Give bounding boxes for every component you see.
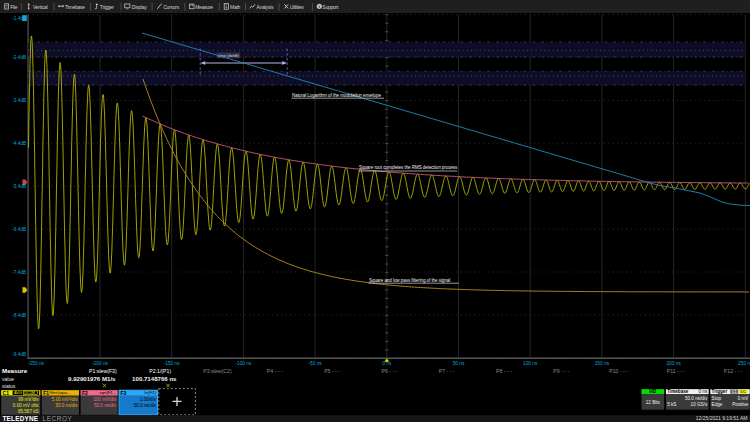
svg-text:50.0 ns/div: 50.0 ns/div — [55, 403, 78, 408]
svg-text:-250 ns: -250 ns — [28, 361, 45, 366]
svg-text:-8.4dB: -8.4dB — [12, 313, 26, 318]
svg-text:Timebase: Timebase — [65, 4, 85, 10]
svg-text:P8 - - -: P8 - - - — [496, 368, 512, 374]
svg-text:File: File — [10, 4, 18, 10]
svg-text:85.587 kS: 85.587 kS — [18, 409, 39, 414]
svg-text:P11 - - -: P11 - - - — [667, 368, 686, 374]
svg-text:P3:slew(C2): P3:slew(C2) — [203, 368, 232, 374]
svg-text:P1:slew(F3): P1:slew(F3) — [89, 368, 117, 374]
svg-text:5.00 mV²/div: 5.00 mV²/div — [52, 397, 78, 402]
svg-text:C1: C1 — [3, 391, 10, 396]
svg-text:0 mV: 0 mV — [738, 396, 750, 401]
svg-text:C1: C1 — [732, 389, 737, 394]
svg-text:50.0 ns/div: 50.0 ns/div — [94, 403, 117, 408]
svg-text:50.0 ns/div: 50.0 ns/div — [134, 403, 157, 408]
svg-text:AVG: AVG — [14, 390, 22, 395]
svg-text:Cursors: Cursors — [163, 4, 180, 10]
svg-text:-4.4dB: -4.4dB — [12, 141, 26, 146]
svg-text:12/25/2021 9:19:51 AM: 12/25/2021 9:19:51 AM — [696, 415, 748, 421]
svg-text:ln(F2): ln(F2) — [145, 390, 157, 395]
svg-text:F2: F2 — [82, 391, 88, 396]
svg-text:P7 - - -: P7 - - - — [439, 368, 455, 374]
svg-text:P6 - - -: P6 - - - — [381, 368, 397, 374]
svg-text:-3.4dB: -3.4dB — [12, 98, 26, 103]
svg-text:-5.4dB: -5.4dB — [12, 184, 26, 189]
svg-text:LECROY: LECROY — [43, 415, 73, 422]
svg-text:sqrt(F1...: sqrt(F1... — [99, 390, 116, 395]
svg-text:Vertical: Vertical — [33, 4, 48, 10]
svg-text:Positive: Positive — [732, 402, 749, 407]
svg-text:i: i — [319, 4, 320, 9]
svg-text:status: status — [2, 383, 16, 389]
svg-text:P10 - - -: P10 - - - — [609, 368, 628, 374]
svg-text:Analysis: Analysis — [257, 4, 274, 10]
svg-text:Timebase: Timebase — [667, 389, 689, 394]
svg-text:P5 - - -: P5 - - - — [324, 368, 340, 374]
svg-text:-100 ns: -100 ns — [235, 361, 252, 366]
svg-text:10 GS/s: 10 GS/s — [691, 402, 708, 407]
svg-text:100 ns: 100 ns — [523, 361, 538, 366]
svg-text:12 Bits: 12 Bits — [646, 400, 661, 405]
svg-text:-50 ns: -50 ns — [308, 361, 322, 366]
svg-text:Trigger: Trigger — [712, 389, 728, 394]
svg-text:Utilities: Utilities — [290, 4, 305, 10]
svg-text:-200 ns: -200 ns — [92, 361, 109, 366]
svg-text:Edge: Edge — [712, 402, 723, 407]
svg-text:value: value — [2, 376, 14, 382]
svg-text:Math: Math — [230, 4, 241, 10]
svg-text:DC1M: DC1M — [24, 391, 35, 395]
svg-text:F1: F1 — [43, 391, 49, 396]
svg-text:filter(squa...: filter(squa... — [50, 390, 71, 395]
svg-text:1.00/div: 1.00/div — [140, 397, 157, 402]
svg-text:-1.4dB: -1.4dB — [12, 16, 26, 21]
svg-text:50.0 ns/div: 50.0 ns/div — [685, 396, 708, 401]
svg-text:-7.4dB: -7.4dB — [12, 270, 26, 275]
svg-text:100.7148766 ns: 100.7148766 ns — [132, 375, 177, 382]
svg-text:250 ns: 250 ns — [738, 361, 750, 366]
svg-text:P4 - - -: P4 - - - — [267, 368, 283, 374]
svg-text:Measure: Measure — [2, 367, 28, 374]
svg-text:Support: Support — [322, 4, 339, 10]
svg-text:99 mV/div: 99 mV/div — [18, 397, 39, 402]
svg-text:-6.4dB: -6.4dB — [12, 227, 26, 232]
svg-text:0 ns: 0 ns — [699, 389, 708, 394]
svg-text:P9 - - -: P9 - - - — [553, 368, 569, 374]
svg-text:0.00 mV ofst: 0.00 mV ofst — [13, 403, 40, 408]
svg-text:Stop: Stop — [712, 396, 722, 401]
svg-text:Natural Logarithm of the modul: Natural Logarithm of the modulation enve… — [292, 93, 381, 98]
svg-text:50 ns: 50 ns — [453, 361, 465, 366]
svg-text:P2:1/(P1): P2:1/(P1) — [149, 368, 171, 374]
svg-text:9.92901976 M1/s: 9.92901976 M1/s — [68, 375, 116, 382]
svg-text:DC: DC — [740, 389, 746, 394]
svg-text:Trigger: Trigger — [100, 4, 114, 10]
svg-text:Measure: Measure — [195, 4, 213, 10]
svg-text:TELEDYNE: TELEDYNE — [3, 415, 39, 422]
svg-text:-150 ns: -150 ns — [164, 361, 181, 366]
svg-text:-2.4dB: -2.4dB — [12, 55, 26, 60]
svg-text:Square root completes the RMS: Square root completes the RMS detection … — [359, 165, 458, 170]
svg-text:150 ns: 150 ns — [595, 361, 610, 366]
svg-text:HD: HD — [649, 389, 656, 394]
svg-text:F3: F3 — [120, 391, 126, 396]
svg-text:-9.4dB: -9.4dB — [12, 352, 26, 357]
svg-text:5 kS: 5 kS — [667, 402, 676, 407]
svg-text:100 mV/div: 100 mV/div — [93, 397, 117, 402]
svg-text:P12 - - -: P12 - - - — [724, 368, 743, 374]
svg-text:Display: Display — [132, 4, 147, 10]
svg-text:200 ns: 200 ns — [666, 361, 681, 366]
svg-text:Square and low pass filtering: Square and low pass filtering of the sig… — [369, 278, 450, 283]
